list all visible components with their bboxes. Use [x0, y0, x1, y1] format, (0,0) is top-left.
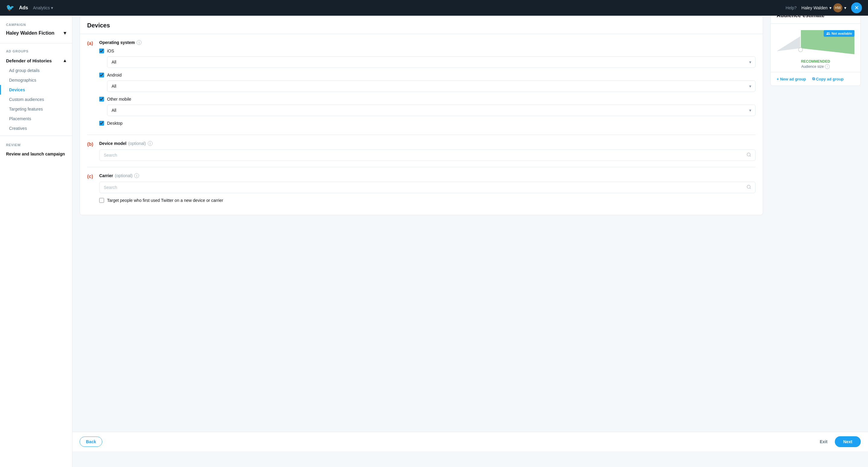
ad-group-defender[interactable]: Defender of Histories ▴: [0, 56, 72, 66]
analytics-chevron-icon: ▾: [51, 5, 53, 10]
right-sidebar: Audience estimate Not available: [770, 7, 861, 425]
back-button[interactable]: Back: [80, 437, 102, 447]
audience-size-label: Audience size: [801, 64, 824, 69]
svg-marker-4: [777, 36, 801, 51]
ad-group-chevron-icon: ▴: [64, 58, 66, 63]
desktop-checkbox[interactable]: [99, 121, 104, 126]
devices-card-title: Devices: [87, 22, 755, 29]
desktop-label: Desktop: [107, 121, 122, 126]
compose-icon: ✕: [855, 4, 859, 11]
svg-line-1: [750, 156, 751, 157]
svg-point-0: [747, 153, 750, 156]
svg-line-3: [750, 188, 751, 189]
target-new-device-row: Target people who first used Twitter on …: [99, 198, 755, 203]
carrier-search-icon: [746, 185, 751, 191]
top-navigation: 🐦 Ads Analytics ▾ Help? Haley Walden ▾ H…: [0, 0, 868, 16]
user-menu[interactable]: Haley Walden ▾ HW ▾: [801, 3, 846, 12]
section-c-marker: (c): [87, 174, 96, 179]
audience-estimate-card: Audience estimate Not available: [770, 7, 861, 86]
review-section-label: REVIEW: [0, 138, 72, 149]
sidebar-item-ad-group-details[interactable]: Ad group details: [0, 66, 72, 75]
svg-point-2: [747, 185, 750, 189]
sidebar: CAMPAIGN Haley Walden Fiction ▾ AD GROUP…: [0, 16, 72, 451]
carrier-optional: (optional): [115, 173, 132, 178]
compose-button[interactable]: ✕: [851, 2, 862, 13]
ads-label: Ads: [19, 5, 28, 10]
android-version-select-wrapper: All Android 12 Android 11 ▾: [107, 80, 755, 92]
recommended-label: RECOMMENDED: [801, 59, 830, 64]
device-model-info-icon[interactable]: i: [148, 141, 153, 146]
ios-label: iOS: [107, 48, 114, 53]
user-chevron-icon: ▾: [829, 5, 832, 10]
analytics-label: Analytics: [33, 5, 50, 10]
sidebar-item-placements[interactable]: Placements: [0, 114, 72, 124]
audience-size-info-icon[interactable]: i: [825, 64, 830, 69]
twitter-logo-icon: 🐦: [6, 4, 14, 12]
ad-groups-label: AD GROUPS: [0, 46, 72, 56]
copy-icon: ⧉: [812, 76, 815, 81]
other-mobile-label: Other mobile: [107, 97, 131, 102]
other-mobile-checkbox[interactable]: [99, 97, 104, 102]
audience-chart-area: Not available RECOMM: [771, 24, 861, 72]
carrier-search-wrapper: [99, 182, 755, 193]
avatar: HW: [833, 3, 842, 12]
operating-system-label: Operating system: [99, 40, 135, 45]
devices-card: Devices (a) Operating system i: [80, 16, 763, 215]
new-ad-group-button[interactable]: + New ad group: [777, 76, 806, 81]
carrier-search-input[interactable]: [99, 182, 755, 193]
other-mobile-checkbox-row: Other mobile: [99, 97, 755, 102]
section-b-marker: (b): [87, 142, 96, 147]
carrier-info-icon[interactable]: i: [134, 173, 139, 178]
sidebar-item-devices[interactable]: Devices: [0, 85, 72, 95]
android-label: Android: [107, 73, 122, 77]
android-checkbox-row: Android: [99, 73, 755, 77]
device-model-optional: (optional): [128, 141, 146, 146]
next-button[interactable]: Next: [835, 436, 861, 447]
campaign-chevron-icon: ▾: [64, 30, 66, 36]
sidebar-item-custom-audiences[interactable]: Custom audiences: [0, 95, 72, 104]
svg-point-7: [798, 47, 803, 52]
section-a-marker: (a): [87, 41, 96, 46]
android-version-select[interactable]: All Android 12 Android 11: [107, 80, 755, 92]
main-content: And also match Devices (a) Operating sys…: [72, 0, 868, 451]
analytics-nav[interactable]: Analytics ▾: [33, 5, 53, 10]
campaign-title[interactable]: Haley Walden Fiction ▾: [0, 29, 72, 41]
sidebar-item-targeting-features[interactable]: Targeting features: [0, 104, 72, 114]
desktop-checkbox-row: Desktop: [99, 121, 755, 126]
copy-ad-group-button[interactable]: ⧉ Copy ad group: [812, 76, 844, 81]
ios-checkbox-row: iOS: [99, 48, 755, 53]
help-link[interactable]: Help?: [786, 5, 797, 10]
exit-button[interactable]: Exit: [816, 437, 831, 446]
target-new-device-label: Target people who first used Twitter on …: [107, 198, 223, 203]
android-checkbox[interactable]: [99, 73, 104, 77]
audience-actions: + New ad group ⧉ Copy ad group: [771, 72, 861, 86]
center-column: And also match Devices (a) Operating sys…: [80, 7, 763, 425]
device-model-search-icon: [746, 153, 751, 158]
ios-version-select-wrapper: All iOS 14 iOS 13 iOS 12 ▾: [107, 56, 755, 68]
not-available-badge: Not available: [824, 30, 855, 37]
plus-icon: +: [777, 77, 779, 81]
ios-version-select[interactable]: All iOS 14 iOS 13 iOS 12: [107, 56, 755, 68]
device-model-label: Device model: [99, 141, 126, 146]
sidebar-item-demographics[interactable]: Demographics: [0, 75, 72, 85]
carrier-label: Carrier: [99, 173, 113, 178]
device-model-search-wrapper: [99, 149, 755, 161]
sidebar-item-creatives[interactable]: Creatives: [0, 124, 72, 133]
campaign-section-label: CAMPAIGN: [0, 23, 72, 29]
review-launch-item[interactable]: Review and launch campaign: [0, 149, 72, 159]
other-mobile-version-select-wrapper: All ▾: [107, 105, 755, 116]
avatar-chevron-icon: ▾: [844, 5, 846, 10]
operating-system-info-icon[interactable]: i: [136, 40, 142, 45]
user-name-label: Haley Walden: [801, 5, 828, 10]
target-new-device-checkbox[interactable]: [99, 198, 104, 203]
device-model-search-input[interactable]: [99, 149, 755, 161]
other-mobile-version-select[interactable]: All: [107, 105, 755, 116]
ios-checkbox[interactable]: [99, 48, 104, 53]
bottom-bar: Back Exit Next: [72, 432, 868, 451]
